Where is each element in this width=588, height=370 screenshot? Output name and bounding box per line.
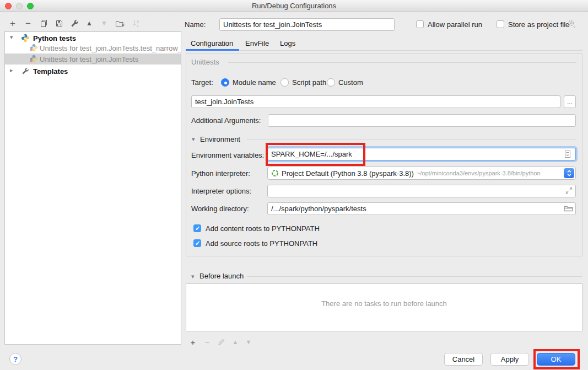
arrow-up-icon: ▲ — [233, 339, 239, 345]
wrench-icon — [71, 19, 79, 28]
copy-configuration-button[interactable] — [37, 17, 50, 29]
section-divider — [228, 62, 576, 63]
target-module-name-radio[interactable] — [221, 78, 229, 87]
tree-item-label: Unittests for test_join.JoinTests — [40, 55, 138, 63]
active-tab-underline — [186, 49, 239, 51]
target-custom-radio[interactable] — [327, 78, 335, 87]
save-configuration-button[interactable] — [53, 17, 65, 29]
target-custom-label[interactable]: Custom — [338, 78, 363, 87]
tab-envfile[interactable]: EnvFile — [245, 39, 269, 47]
section-divider — [247, 140, 576, 140]
question-mark-icon: ? — [13, 355, 18, 363]
store-options-button[interactable] — [567, 19, 576, 30]
save-icon — [55, 19, 63, 28]
minus-icon: − — [25, 19, 31, 28]
additional-arguments-input[interactable] — [268, 114, 576, 127]
chevron-down-icon[interactable]: ▾ — [10, 34, 13, 41]
plus-icon: + — [191, 337, 196, 347]
allow-parallel-run-label[interactable]: Allow parallel run — [428, 20, 482, 29]
remove-configuration-button[interactable]: − — [22, 17, 34, 29]
folder-icon — [564, 205, 573, 212]
additional-arguments-label: Additional Arguments: — [191, 116, 261, 125]
tree-item-unittest-jointests[interactable]: Unittests for test_join.JoinTests — [5, 53, 181, 65]
interpreter-options-input[interactable] — [267, 185, 576, 197]
create-folder-button[interactable] — [114, 17, 126, 29]
arrow-up-icon: ▲ — [86, 20, 93, 26]
new-folder-icon — [115, 19, 125, 28]
unittests-section-title: Unittests — [191, 58, 219, 66]
move-down-button: ▼ — [98, 17, 110, 29]
help-button[interactable]: ? — [9, 353, 21, 365]
move-up-button[interactable]: ▲ — [83, 17, 95, 29]
move-task-up-button: ▲ — [230, 336, 241, 347]
gear-icon — [567, 19, 576, 29]
sort-az-icon: az — [132, 19, 141, 28]
svg-text:a: a — [137, 19, 139, 23]
copy-icon — [40, 19, 48, 28]
name-label: Name: — [185, 20, 206, 29]
list-icon — [564, 150, 571, 158]
window-title: Run/Debug Configurations — [0, 2, 588, 10]
target-module-name-label[interactable]: Module name — [233, 78, 276, 87]
add-source-roots-checkbox[interactable] — [193, 239, 201, 247]
tab-logs[interactable]: Logs — [280, 39, 295, 47]
tree-item-unittest-narrow[interactable]: Unittests for test_join.JoinTests.test_n… — [5, 43, 181, 53]
interpreter-options-label: Interpreter options: — [191, 187, 251, 195]
environment-variables-input[interactable] — [267, 148, 576, 160]
expand-field-button[interactable] — [565, 187, 573, 194]
python-interpreter-value: Project Default (Python 3.8 (pyspark-3.8… — [282, 169, 414, 178]
store-as-project-file-label[interactable]: Store as project file — [508, 20, 569, 29]
conda-env-icon — [271, 169, 279, 177]
ok-button[interactable]: OK — [537, 353, 575, 366]
tree-item-templates[interactable]: ▸ Templates — [5, 66, 181, 77]
remove-task-button: − — [202, 336, 213, 347]
chevron-right-icon[interactable]: ▸ — [10, 67, 13, 74]
arrow-down-icon: ▼ — [246, 339, 252, 345]
cancel-button[interactable]: Cancel — [444, 353, 483, 366]
edit-variables-button[interactable] — [564, 150, 571, 158]
environment-variables-label: Environment variables: — [191, 151, 264, 159]
svg-text:z: z — [137, 24, 139, 28]
add-task-button[interactable]: + — [187, 336, 198, 347]
environment-section-title[interactable]: Environment — [200, 135, 240, 143]
tab-configuration[interactable]: Configuration — [191, 39, 233, 47]
target-label: Target: — [191, 78, 213, 87]
add-configuration-button[interactable]: + — [7, 17, 19, 29]
environment-section-chevron-icon[interactable]: ▾ — [192, 136, 195, 143]
move-task-down-button: ▼ — [243, 336, 254, 347]
apply-button[interactable]: Apply — [490, 353, 529, 366]
chevron-up-down-icon — [567, 169, 572, 177]
module-name-input[interactable] — [191, 95, 560, 108]
add-content-roots-label[interactable]: Add content roots to PYTHONPATH — [206, 224, 320, 233]
name-input[interactable] — [219, 18, 395, 31]
add-source-roots-label[interactable]: Add source roots to PYTHONPATH — [206, 239, 317, 248]
tree-item-label: Templates — [33, 67, 68, 76]
tree-item-python-tests[interactable]: ▾ Python tests — [5, 33, 181, 44]
store-as-project-file-checkbox[interactable] — [497, 20, 504, 28]
section-divider — [247, 276, 582, 277]
tree-item-label: Unittests for test_join.JoinTests.test_n… — [40, 44, 181, 52]
browse-module-button[interactable]: ... — [564, 95, 576, 108]
combo-stepper[interactable] — [564, 168, 574, 178]
target-script-path-label[interactable]: Script path — [292, 78, 326, 87]
python-icon — [21, 34, 30, 42]
before-launch-empty-text: There are no tasks to run before launch — [186, 299, 582, 308]
before-launch-chevron-icon[interactable]: ▾ — [191, 273, 195, 280]
python-test-config-icon — [30, 55, 39, 63]
working-directory-input[interactable] — [267, 202, 576, 215]
before-launch-task-list: There are no tasks to run before launch — [186, 283, 582, 331]
allow-parallel-run-checkbox[interactable] — [416, 20, 424, 28]
configurations-tree: ▾ Python tests Unittests for test_join.J… — [4, 31, 181, 345]
python-interpreter-select[interactable]: Project Default (Python 3.8 (pyspark-3.8… — [267, 167, 576, 180]
configuration-panel: Unittests Target: Module name Script pat… — [186, 53, 582, 256]
title-bar: Run/Debug Configurations — [0, 0, 588, 12]
before-launch-title[interactable]: Before launch — [199, 272, 244, 280]
python-interpreter-label: Python interpreter: — [191, 169, 250, 178]
target-script-path-radio[interactable] — [280, 78, 289, 87]
sort-configurations-button: az — [130, 17, 142, 29]
edit-templates-button[interactable] — [68, 17, 80, 29]
wrench-icon — [21, 67, 30, 76]
browse-directory-button[interactable] — [564, 205, 573, 212]
python-test-config-icon — [30, 44, 39, 52]
add-content-roots-checkbox[interactable] — [193, 224, 201, 232]
